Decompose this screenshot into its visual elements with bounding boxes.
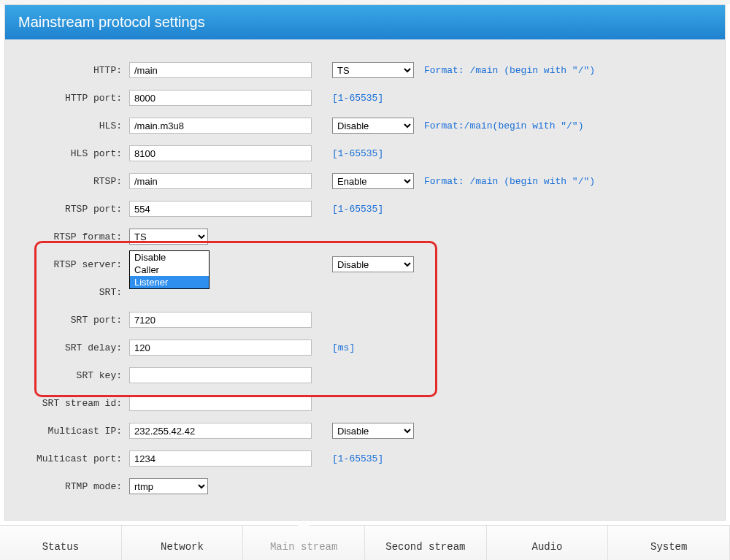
hint-http-port: [1-65535] [332, 93, 383, 104]
hls-input[interactable] [129, 118, 312, 134]
label-srt-port: SRT port: [27, 315, 129, 326]
multicast-enable-select[interactable]: Disable [332, 423, 414, 439]
rtsp-port-input[interactable] [129, 201, 312, 217]
srt-delay-input[interactable] [129, 340, 312, 356]
hls-enable-select[interactable]: Disable [332, 118, 414, 134]
label-rtsp-port: RTSP port: [27, 204, 129, 215]
hint-rtsp: Format: /main (begin with "/") [424, 176, 595, 187]
dropdown-option-disable[interactable]: Disable [130, 251, 209, 264]
tab-system[interactable]: System [608, 526, 730, 560]
label-hls-port: HLS port: [27, 148, 129, 159]
srt-port-input[interactable] [129, 312, 312, 328]
label-srt: SRT: [27, 287, 129, 298]
label-rtmp-mode: RTMP mode: [27, 481, 129, 492]
hint-multicast-port: [1-65535] [332, 453, 383, 464]
label-rtsp: RTSP: [27, 176, 129, 187]
tab-main-stream-label: Main stream [270, 541, 337, 553]
hint-hls: Format:/main(begin with "/") [424, 120, 583, 131]
hls-port-input[interactable] [129, 145, 312, 161]
label-http-port: HTTP port: [27, 93, 129, 104]
rtmp-mode-select[interactable]: rtmp [129, 478, 208, 494]
hint-http: Format: /main (begin with "/") [424, 65, 595, 76]
multicast-port-input[interactable] [129, 450, 312, 467]
page-title: Mainstream protocol settings [5, 5, 725, 39]
rtsp-enable-select[interactable]: Enable [332, 173, 414, 189]
hint-rtsp-port: [1-65535] [332, 204, 383, 215]
tab-main-stream[interactable]: Main stream [243, 526, 365, 560]
label-hls: HLS: [27, 120, 129, 131]
srt-key-input[interactable] [129, 367, 312, 383]
label-multicast-port: Multicast port: [27, 453, 129, 464]
label-srt-key: SRT key: [27, 370, 129, 381]
tab-second-stream[interactable]: Second stream [365, 526, 487, 560]
label-multicast-ip: Multicast IP: [27, 426, 129, 437]
http-format-select[interactable]: TS [332, 62, 414, 78]
label-srt-delay: SRT delay: [27, 342, 129, 353]
tab-audio[interactable]: Audio [487, 526, 609, 560]
label-http: HTTP: [27, 65, 129, 76]
dropdown-option-caller[interactable]: Caller [130, 264, 209, 276]
rtsp-server-dropdown[interactable]: Disable Caller Listener [129, 250, 210, 289]
rtsp-format-select[interactable]: TS [129, 229, 208, 245]
multicast-ip-input[interactable] [129, 423, 312, 439]
srt-stream-id-input[interactable] [129, 395, 312, 411]
label-rtsp-format: RTSP format: [27, 231, 129, 242]
hint-hls-port: [1-65535] [332, 148, 383, 159]
tab-active-pointer-icon [296, 520, 311, 527]
bottom-tabs: Status Network Main stream Second stream… [0, 525, 730, 560]
settings-form: HTTP: TS Format: /main (begin with "/") … [5, 39, 725, 520]
rtsp-server-disable-select[interactable]: Disable [332, 256, 414, 272]
tab-network[interactable]: Network [122, 526, 244, 560]
http-input[interactable] [129, 62, 312, 78]
http-port-input[interactable] [129, 90, 312, 106]
tab-status[interactable]: Status [0, 526, 122, 560]
hint-srt-delay: [ms] [332, 342, 355, 353]
label-srt-stream-id: SRT stream id: [27, 398, 129, 409]
rtsp-input[interactable] [129, 173, 312, 189]
dropdown-option-listener[interactable]: Listener [130, 276, 209, 288]
label-rtsp-server: RTSP server: [27, 259, 129, 270]
